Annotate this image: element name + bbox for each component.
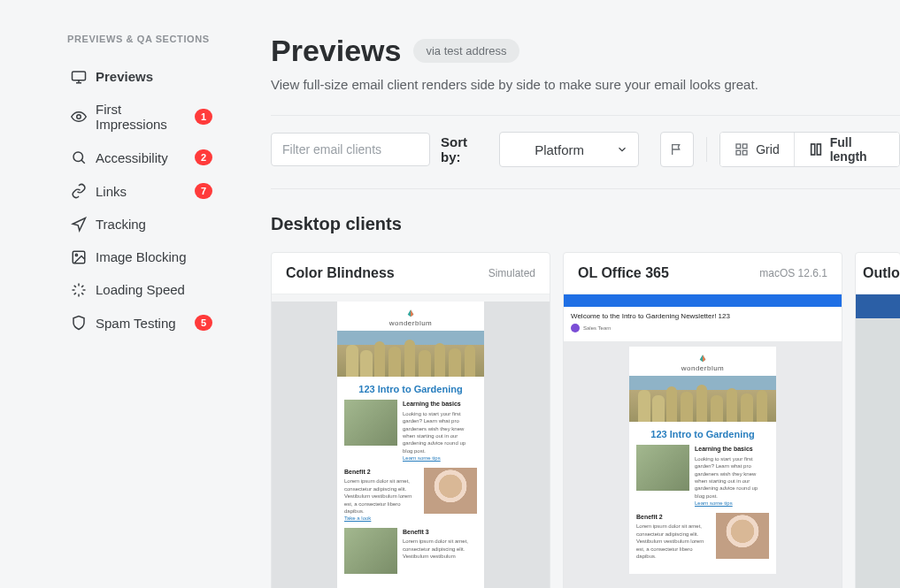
page-subtitle: View full-size email client renders side… <box>271 77 900 92</box>
sidebar-item-image-blocking[interactable]: Image Blocking <box>0 241 248 273</box>
search-icon <box>71 149 87 165</box>
svg-point-4 <box>73 152 83 162</box>
svg-rect-18 <box>743 144 748 149</box>
svg-line-11 <box>74 285 76 286</box>
image-icon <box>71 249 87 265</box>
eye-icon <box>71 109 87 125</box>
svg-rect-21 <box>811 144 814 155</box>
email-headline: 123 Intro to Gardening <box>358 377 462 400</box>
section-heading: Desktop clients <box>271 214 900 234</box>
email-body-text: Lorem ipsum dolor sit amet, consectetur … <box>344 477 419 515</box>
svg-line-12 <box>81 293 83 294</box>
sidebar-label: First Impressions <box>71 102 195 132</box>
svg-rect-22 <box>817 144 820 155</box>
email-section-heading: Learning the basics <box>403 400 477 409</box>
sort-select[interactable]: Platform <box>499 132 638 167</box>
sidebar-item-links[interactable]: Links 7 <box>0 174 248 208</box>
email-section-heading: Benefit 2 <box>344 468 419 477</box>
email-brand: wonderblum <box>681 364 725 372</box>
count-badge: 5 <box>195 315 212 331</box>
email-headline: 123 Intro to Gardening <box>650 422 754 445</box>
email-section-heading: Benefit 2 <box>636 513 711 522</box>
flag-icon <box>670 142 684 157</box>
filter-input[interactable] <box>271 133 430 166</box>
preview-card[interactable]: Outlo <box>855 252 900 588</box>
preview-cards-row: Color Blindness Simulated wonderblum <box>271 252 900 588</box>
main-content: Previews via test address View full-size… <box>248 0 900 588</box>
sortby-label: Sort by: <box>441 134 488 164</box>
svg-point-3 <box>77 115 81 119</box>
sidebar-item-loading-speed[interactable]: Loading Speed <box>0 273 248 306</box>
controls-row: Sort by: Platform Grid <box>271 115 900 189</box>
email-body-text: Lorem ipsum dolor sit amet, consectetur … <box>636 523 711 560</box>
link-icon <box>71 183 87 199</box>
divider <box>706 137 707 162</box>
sidebar-label: Image Blocking <box>71 249 187 264</box>
email-link: Take a look <box>344 515 419 522</box>
flag-button[interactable] <box>660 132 694 167</box>
count-badge: 1 <box>195 109 212 125</box>
email-subject: Welcome to the Intro to Gardening Newsle… <box>571 312 835 320</box>
grid-label: Grid <box>756 142 779 157</box>
email-link: Learn some tips <box>695 500 769 507</box>
svg-rect-17 <box>736 144 741 149</box>
svg-line-5 <box>81 160 85 164</box>
count-badge: 7 <box>195 183 212 199</box>
svg-marker-6 <box>73 218 85 230</box>
email-from: Sales Team <box>583 325 611 331</box>
sidebar-item-tracking[interactable]: Tracking <box>0 208 248 241</box>
sidebar-item-first-impressions[interactable]: First Impressions 1 <box>0 93 248 141</box>
email-section-heading: Learning the basics <box>695 445 769 454</box>
svg-rect-0 <box>73 72 86 80</box>
svg-line-15 <box>74 293 76 294</box>
navigate-icon <box>71 217 87 233</box>
email-brand: wonderblum <box>389 319 433 327</box>
svg-rect-20 <box>743 150 748 155</box>
columns-icon <box>809 142 823 157</box>
preview-thumbnail: Welcome to the Intro to Gardening Newsle… <box>564 294 842 588</box>
card-title: Outlo <box>863 265 900 281</box>
email-section-heading: Benefit 3 <box>403 528 477 537</box>
grid-toggle[interactable]: Grid <box>720 133 793 166</box>
card-subtitle: Simulated <box>488 267 535 279</box>
view-toggle: Grid Full length <box>719 132 900 167</box>
loading-icon <box>71 282 87 298</box>
preview-card[interactable]: Color Blindness Simulated wonderblum <box>271 252 550 588</box>
full-length-label: Full length <box>830 135 885 164</box>
grid-icon <box>735 142 749 157</box>
sidebar-item-spam-testing[interactable]: Spam Testing 5 <box>0 306 248 340</box>
svg-point-8 <box>75 254 77 256</box>
full-length-toggle[interactable]: Full length <box>794 133 899 166</box>
sidebar-item-accessibility[interactable]: Accessibility 2 <box>0 141 248 174</box>
sidebar: PREVIEWS & QA SECTIONS Previews First Im… <box>0 0 248 588</box>
sidebar-header: PREVIEWS & QA SECTIONS <box>0 34 248 60</box>
preview-thumbnail <box>856 294 900 588</box>
source-pill: via test address <box>413 39 519 63</box>
card-title: OL Office 365 <box>578 265 669 281</box>
svg-rect-19 <box>736 150 741 155</box>
email-body-text: Looking to start your first garden? Lear… <box>403 410 477 454</box>
svg-line-16 <box>81 285 83 286</box>
sidebar-label: Loading Speed <box>71 282 185 297</box>
count-badge: 2 <box>195 149 212 165</box>
preview-thumbnail: wonderblum 123 Intro to Gardening <box>272 294 550 588</box>
sidebar-item-previews[interactable]: Previews <box>0 60 248 93</box>
card-subtitle: macOS 12.6.1 <box>759 267 827 279</box>
email-link: Learn some tips <box>403 454 477 462</box>
email-body-text: Looking to start your first garden? Lear… <box>695 455 769 500</box>
email-body-text: Lorem ipsum dolor sit amet, consectetur … <box>403 538 477 560</box>
preview-card[interactable]: OL Office 365 macOS 12.6.1 Welcome to th… <box>563 252 842 588</box>
card-title: Color Blindness <box>286 265 395 281</box>
page-title: Previews <box>271 34 401 68</box>
monitor-icon <box>71 69 87 85</box>
shield-icon <box>71 315 87 331</box>
